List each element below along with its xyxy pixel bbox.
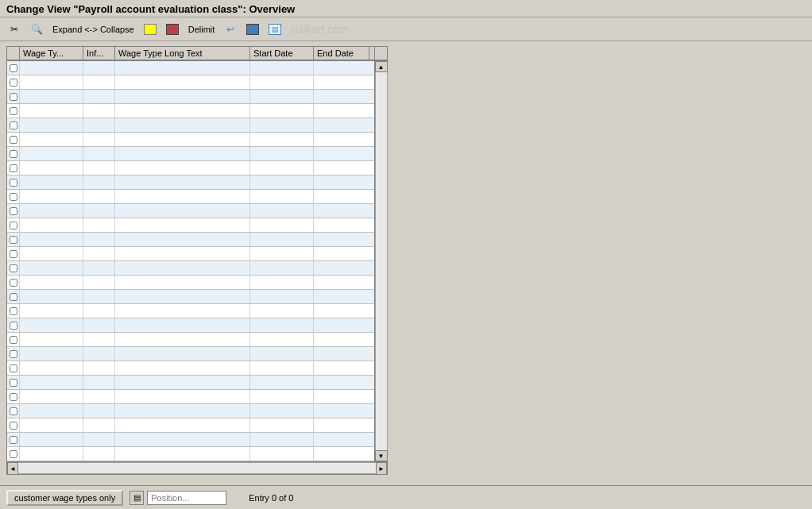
row-checkbox[interactable]	[10, 79, 17, 87]
scroll-right-arrow[interactable]: ►	[376, 462, 387, 475]
grid-button-1[interactable]	[243, 22, 262, 37]
row-checkbox[interactable]	[10, 422, 17, 430]
row-checkbox[interactable]	[10, 407, 17, 415]
row-checkbox-cell[interactable]	[7, 175, 20, 189]
row-checkbox[interactable]	[10, 136, 17, 144]
scroll-up-arrow[interactable]: ▲	[375, 61, 388, 72]
row-checkbox[interactable]	[10, 236, 17, 244]
row-checkbox[interactable]	[10, 64, 17, 72]
delete-button[interactable]	[163, 22, 182, 37]
row-checkbox[interactable]	[10, 150, 17, 158]
table-row	[7, 75, 374, 90]
cell-end-date	[314, 261, 369, 275]
row-checkbox-cell[interactable]	[7, 218, 20, 232]
row-checkbox-cell[interactable]	[7, 75, 20, 89]
cell-long-text	[115, 390, 250, 403]
row-checkbox[interactable]	[10, 364, 17, 372]
cell-end-date	[314, 318, 369, 332]
scroll-down-arrow[interactable]: ▼	[375, 450, 388, 461]
row-checkbox[interactable]	[10, 250, 17, 258]
row-checkbox[interactable]	[10, 107, 17, 115]
row-checkbox-cell[interactable]	[7, 390, 20, 403]
row-checkbox[interactable]	[10, 279, 17, 287]
position-icon[interactable]: ▤	[130, 491, 144, 505]
cell-wage-type	[20, 261, 83, 275]
row-checkbox-cell[interactable]	[7, 318, 20, 332]
row-checkbox[interactable]	[10, 350, 17, 358]
horizontal-scrollbar[interactable]: ◄ ►	[7, 461, 387, 474]
cell-inf	[83, 218, 115, 232]
cell-wage-type	[20, 347, 83, 361]
cell-wage-type	[20, 390, 83, 403]
scroll-left-arrow[interactable]: ◄	[7, 462, 18, 475]
cell-inf	[83, 347, 115, 361]
row-checkbox-cell[interactable]	[7, 118, 20, 132]
row-checkbox-cell[interactable]	[7, 190, 20, 203]
position-input[interactable]	[147, 491, 226, 505]
row-checkbox-cell[interactable]	[7, 261, 20, 275]
row-checkbox[interactable]	[10, 264, 17, 272]
scroll-track[interactable]	[375, 72, 388, 450]
row-checkbox[interactable]	[10, 322, 17, 330]
row-checkbox-cell[interactable]	[7, 376, 20, 389]
delimit-button[interactable]: Delimit	[185, 23, 218, 36]
row-checkbox-cell[interactable]	[7, 204, 20, 218]
row-checkbox-cell[interactable]	[7, 433, 20, 446]
find-button[interactable]: 🔍	[27, 21, 46, 37]
row-checkbox-cell[interactable]	[7, 333, 20, 346]
row-checkbox-cell[interactable]	[7, 147, 20, 160]
cell-wage-type	[20, 404, 83, 418]
row-checkbox-cell[interactable]	[7, 233, 20, 246]
row-checkbox-cell[interactable]	[7, 290, 20, 303]
copy-button[interactable]	[141, 22, 160, 37]
cell-long-text	[115, 75, 250, 89]
row-checkbox[interactable]	[10, 379, 17, 387]
cell-start-date	[250, 376, 314, 389]
cell-end-date	[314, 75, 369, 89]
row-checkbox[interactable]	[10, 336, 17, 344]
row-checkbox-cell[interactable]	[7, 447, 20, 461]
row-checkbox[interactable]	[10, 450, 17, 458]
row-checkbox-cell[interactable]	[7, 61, 20, 75]
row-checkbox-cell[interactable]	[7, 104, 20, 118]
cell-end-date	[314, 61, 369, 75]
row-checkbox[interactable]	[10, 164, 17, 172]
row-checkbox-cell[interactable]	[7, 347, 20, 361]
header-start-date: Start Date	[250, 47, 314, 60]
undo-button[interactable]: ↩	[221, 21, 240, 37]
scissors-button[interactable]: ✂	[5, 21, 24, 37]
row-checkbox-cell[interactable]	[7, 161, 20, 175]
row-checkbox-cell[interactable]	[7, 404, 20, 418]
expand-collapse-button[interactable]: Expand <-> Collapse	[49, 23, 137, 36]
row-checkbox[interactable]	[10, 207, 17, 215]
row-checkbox[interactable]	[10, 293, 17, 301]
cell-end-date	[314, 133, 369, 146]
row-checkbox-cell[interactable]	[7, 90, 20, 103]
cell-end-date	[314, 147, 369, 160]
row-checkbox[interactable]	[10, 393, 17, 401]
row-checkbox-cell[interactable]	[7, 418, 20, 432]
row-checkbox[interactable]	[10, 121, 17, 129]
grid-button-2[interactable]: ▤	[265, 22, 284, 37]
cell-wage-type	[20, 376, 83, 389]
cell-long-text	[115, 118, 250, 132]
row-checkbox-cell[interactable]	[7, 361, 20, 375]
row-checkbox-cell[interactable]	[7, 133, 20, 146]
row-checkbox-cell[interactable]	[7, 304, 20, 318]
cell-start-date	[250, 447, 314, 461]
cell-end-date	[314, 118, 369, 132]
row-checkbox-cell[interactable]	[7, 247, 20, 260]
customer-wage-types-button[interactable]: customer wage types only	[6, 490, 123, 506]
scroll-track-h[interactable]	[18, 462, 376, 474]
row-checkbox[interactable]	[10, 436, 17, 444]
row-checkbox[interactable]	[10, 307, 17, 315]
header-end-date: End Date	[314, 47, 369, 60]
vertical-scrollbar[interactable]: ▲ ▼	[374, 61, 387, 461]
cell-start-date	[250, 247, 314, 260]
row-checkbox[interactable]	[10, 193, 17, 201]
table-row	[7, 133, 374, 147]
row-checkbox[interactable]	[10, 93, 17, 101]
row-checkbox[interactable]	[10, 179, 17, 187]
row-checkbox[interactable]	[10, 222, 17, 229]
row-checkbox-cell[interactable]	[7, 276, 20, 289]
